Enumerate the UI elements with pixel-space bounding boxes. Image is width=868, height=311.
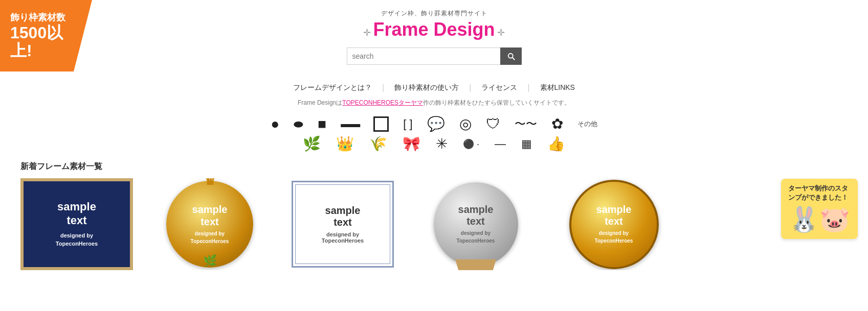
- frame5-sample: sampletext: [596, 204, 632, 227]
- crown-icon: ♛: [204, 178, 216, 188]
- logo-title-pink: Design: [434, 19, 495, 40]
- logo[interactable]: ✛ Frame Design ✛: [0, 19, 868, 40]
- icon-circle[interactable]: ●: [271, 116, 279, 132]
- icon-star-fancy[interactable]: ✳: [436, 135, 448, 152]
- icon-thumb-up[interactable]: 👍: [547, 135, 565, 152]
- logo-title-black: Frame: [373, 19, 433, 40]
- laurel-icon: 🌿: [166, 254, 253, 268]
- icon-row-1: ● ⬬ ■ ▬▬ [ ] 💬 ◎ 🛡 〜〜 ✿ その他: [0, 115, 868, 132]
- nav-item-license[interactable]: ライセンス: [471, 81, 527, 94]
- subtitle-link[interactable]: TOPECONHEROESターヤマ: [342, 99, 423, 106]
- frame4-wrap: sampletext designed byTopeconHeroes: [419, 178, 532, 270]
- frame3-sample: sampletext: [325, 205, 361, 228]
- frame-ornate-border: sampletext designed byTopeconHeroes: [292, 181, 394, 268]
- frame5-credit: designed byTopeconHeroes: [595, 229, 633, 245]
- icon-oval[interactable]: ⬬: [294, 117, 303, 131]
- icon-ribbon-wave[interactable]: 〜〜: [515, 116, 537, 132]
- frame-card-3[interactable]: sampletext designed byTopeconHeroes: [286, 178, 409, 270]
- frame-gold-badge: ♛ sampletext designed byTopeconHeroes 🌿: [166, 181, 253, 268]
- icon-laurel[interactable]: 🌾: [369, 135, 387, 152]
- search-bar: [0, 47, 868, 65]
- section-title: 新着フレーム素材一覧: [20, 161, 868, 172]
- icon-flower[interactable]: ✿: [551, 115, 563, 132]
- frames-gallery: sampletext designed byTopeconHeroes ♛ sa…: [0, 178, 868, 270]
- frame3-wrap: sampletext designed byTopeconHeroes: [286, 178, 399, 270]
- frame5-wrap: sampletext designed byTopeconHeroes: [552, 178, 675, 270]
- icon-ring[interactable]: ◎: [459, 115, 472, 132]
- ribbon-icon: [455, 259, 496, 271]
- icon-square[interactable]: ■: [318, 116, 326, 132]
- frame2-credit: designed byTopeconHeroes: [191, 230, 229, 245]
- frame-card-5[interactable]: sampletext designed byTopeconHeroes: [552, 178, 675, 270]
- search-icon: [506, 52, 516, 61]
- main-nav: フレームデザインとは？ | 飾り枠素材の使い方 | ライセンス | 素材LINK…: [0, 81, 868, 94]
- site-subtitle: Frame DesignはTOPECONHEROESターヤマ作の飾り枠素材をひた…: [0, 99, 868, 107]
- icon-dot-line[interactable]: ⚫ ·: [463, 138, 479, 150]
- header: デザイン枠、飾り罫素材専門サイト ✛ Frame Design ✛: [0, 0, 868, 76]
- icon-leaf[interactable]: 🌿: [303, 135, 321, 152]
- frame3-credit: designed byTopeconHeroes: [322, 231, 364, 244]
- logo-subtitle: デザイン枠、飾り罫素材専門サイト: [0, 9, 868, 18]
- frame-card-2[interactable]: ♛ sampletext designed byTopeconHeroes 🌿: [153, 178, 276, 270]
- icon-shield[interactable]: 🛡: [486, 115, 500, 132]
- nav-item-how-to[interactable]: 飾り枠素材の使い方: [384, 81, 469, 94]
- nav-item-links[interactable]: 素材LINKS: [530, 81, 585, 94]
- frame-gold-circle: sampletext designed byTopeconHeroes: [569, 180, 659, 269]
- frame1-credit: designed byTopeconHeroes: [56, 231, 98, 248]
- frame2-wrap: ♛ sampletext designed byTopeconHeroes 🌿: [153, 178, 266, 270]
- icon-rectangle[interactable]: ▬▬: [341, 118, 359, 130]
- icon-crown[interactable]: 👑: [336, 135, 354, 152]
- icon-other[interactable]: その他: [577, 119, 597, 129]
- subtitle-text-after: 作の飾り枠素材をひたすら保管していくサイトです。: [423, 99, 570, 106]
- subtitle-text-before: Frame Designは: [298, 99, 342, 106]
- icon-frame-square[interactable]: [373, 116, 389, 132]
- frame1-sample: sampletext: [57, 200, 96, 227]
- search-input[interactable]: [347, 47, 500, 65]
- icon-bow[interactable]: 🎀: [403, 135, 420, 152]
- logo-cross-icon: ✛: [363, 28, 371, 38]
- frame4-credit: designed byTopeconHeroes: [457, 229, 495, 245]
- logo-title: Frame Design: [373, 19, 495, 40]
- frame2-sample: sampletext: [192, 203, 228, 228]
- frame-card-4[interactable]: sampletext designed byTopeconHeroes: [419, 178, 542, 270]
- frame4-container: sampletext designed byTopeconHeroes: [434, 182, 518, 267]
- frame4-sample: sampletext: [458, 204, 494, 227]
- icon-line[interactable]: —: [495, 137, 506, 151]
- frame-silver-circle: sampletext designed byTopeconHeroes: [434, 182, 518, 267]
- stamp-notice-text: ターヤマ制作のスタンプができました！: [788, 184, 851, 202]
- icon-speech-bubble[interactable]: 💬: [427, 115, 445, 132]
- logo-cross-right-icon: ✛: [497, 28, 505, 38]
- icon-bracket-frame[interactable]: [ ]: [403, 117, 412, 131]
- icon-pattern[interactable]: ▦: [521, 137, 532, 151]
- stamp-notice[interactable]: ターヤマ制作のスタンプができました！ 🐰🐷: [781, 179, 858, 239]
- stamp-mascot: 🐰🐷: [788, 205, 851, 234]
- nav-item-about[interactable]: フレームデザインとは？: [283, 81, 382, 94]
- frame-dark-square: sampletext designed byTopeconHeroes: [20, 178, 133, 270]
- icon-row-2: 🌿 👑 🌾 🎀 ✳ ⚫ · — ▦ 👍: [0, 135, 868, 152]
- frame-card-1[interactable]: sampletext designed byTopeconHeroes: [20, 178, 143, 270]
- search-button[interactable]: [500, 47, 522, 65]
